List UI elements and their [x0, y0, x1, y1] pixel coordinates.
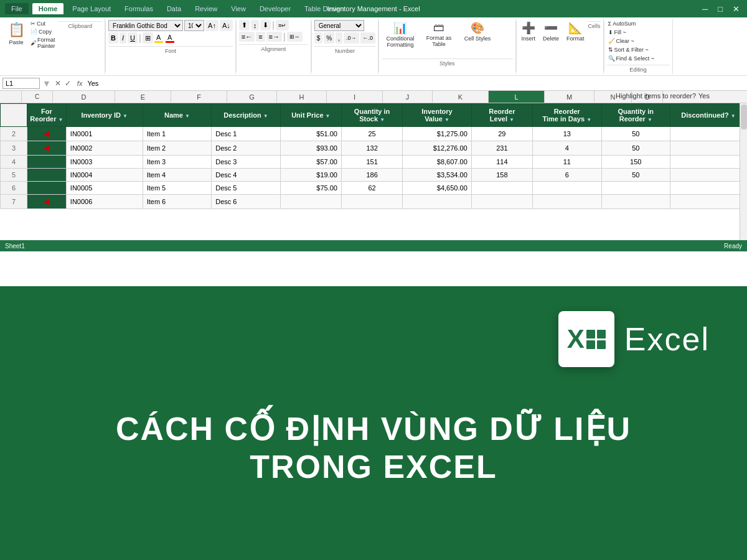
name-cell[interactable]: Item 4 [143, 169, 212, 182]
increase-font-button[interactable]: A↑ [205, 20, 218, 31]
col-e-header[interactable]: E [115, 91, 171, 103]
qty-reorder-cell[interactable] [601, 182, 670, 195]
format-painter-button[interactable]: 🖌 Format Painter [29, 36, 57, 50]
col-k-header[interactable]: K [433, 91, 489, 103]
inventory-value-cell[interactable]: $1,275.00 [403, 127, 472, 141]
name-cell[interactable]: Item 3 [143, 156, 212, 169]
discontinued-cell[interactable] [670, 182, 747, 195]
unit-price-cell[interactable]: $51.00 [280, 127, 341, 141]
inventory-id-cell[interactable]: IN0002 [66, 141, 143, 156]
table-row[interactable]: 3 ◀ IN0002 Item 2 Desc 2 $93.00 132 $12,… [1, 141, 747, 156]
reorder-days-cell[interactable]: 11 [533, 156, 602, 169]
border-button[interactable]: ⊞ [143, 32, 153, 44]
qty-stock-cell[interactable]: 25 [341, 127, 402, 141]
col-h-header[interactable]: H [277, 91, 327, 103]
qty-reorder-cell[interactable]: 50 [601, 127, 670, 141]
autosum-button[interactable]: Σ AutoSum [607, 20, 655, 27]
merge-center-button[interactable]: ⊞↔ [287, 32, 303, 42]
qty-stock-cell[interactable] [341, 195, 402, 209]
font-size-select[interactable]: 10 [184, 20, 204, 31]
description-cell[interactable]: Desc 1 [212, 127, 281, 141]
cell-styles-button[interactable]: 🎨 Cell Styles [459, 20, 496, 43]
find-select-button[interactable]: 🔍 Find & Select ~ [607, 55, 655, 62]
italic-button[interactable]: I [120, 32, 126, 44]
discontinued-cell[interactable] [670, 127, 747, 141]
description-cell[interactable]: Desc 5 [212, 182, 281, 195]
tab-home[interactable]: Home [32, 3, 64, 14]
copy-button[interactable]: 📄 Copy [29, 28, 57, 35]
reorder-days-cell[interactable]: 6 [533, 169, 602, 182]
inventory-id-cell[interactable]: IN0004 [66, 169, 143, 182]
unit-price-cell[interactable]: $19.00 [280, 169, 341, 182]
qty-reorder-cell[interactable] [601, 195, 670, 209]
conditional-formatting-button[interactable]: 📊 Conditional Formatting [382, 20, 419, 49]
qty-reorder-cell[interactable]: 50 [601, 169, 670, 182]
sort-filter-button[interactable]: ⇅ Sort & Filter ~ [607, 46, 655, 54]
qty-stock-cell[interactable]: 186 [341, 169, 402, 182]
align-top-button[interactable]: ⬆ [239, 20, 250, 30]
tab-data[interactable]: Data [162, 3, 186, 14]
reorder-days-cell[interactable]: 13 [533, 127, 602, 141]
col-c-header[interactable]: C [22, 91, 53, 103]
discontinued-cell[interactable] [670, 195, 747, 209]
align-bottom-button[interactable]: ⬇ [260, 20, 271, 30]
qty-reorder-cell[interactable]: 50 [601, 141, 670, 156]
tab-file[interactable]: File [5, 3, 29, 14]
unit-price-cell[interactable] [280, 195, 341, 209]
col-i-header[interactable]: I [327, 91, 383, 103]
inventory-value-cell[interactable]: $4,650.00 [403, 182, 472, 195]
col-d-header[interactable]: D [53, 91, 115, 103]
vertical-scrollbar[interactable] [740, 103, 747, 240]
decrease-font-button[interactable]: A↓ [220, 20, 233, 31]
reorder-days-cell[interactable] [533, 182, 602, 195]
qty-reorder-cell[interactable]: 150 [601, 156, 670, 169]
cancel-formula-button[interactable]: ✕ [54, 79, 62, 88]
name-cell[interactable]: Item 6 [143, 195, 212, 209]
cut-button[interactable]: ✂ Cut [29, 20, 57, 27]
col-j-header[interactable]: J [383, 91, 433, 103]
discontinued-cell[interactable] [670, 156, 747, 169]
confirm-formula-button[interactable]: ✓ [63, 79, 72, 88]
comma-button[interactable]: , [336, 32, 342, 44]
table-row[interactable]: 2 ◀ IN0001 Item 1 Desc 1 $51.00 25 $1,27… [1, 127, 747, 141]
unit-price-cell[interactable]: $57.00 [280, 156, 341, 169]
qty-stock-cell[interactable]: 151 [341, 156, 402, 169]
sheet-name[interactable]: Sheet1 [5, 243, 25, 250]
reorder-days-cell[interactable]: 4 [533, 141, 602, 156]
scrollbar-thumb[interactable] [741, 105, 747, 129]
percent-button[interactable]: % [324, 32, 334, 44]
col-g-header[interactable]: G [227, 91, 277, 103]
qty-stock-cell[interactable]: 62 [341, 182, 402, 195]
inventory-id-cell[interactable]: IN0001 [66, 127, 143, 141]
table-row[interactable]: 5 IN0004 Item 4 Desc 4 $19.00 186 $3,534… [1, 169, 747, 182]
format-button[interactable]: 📐 Format [564, 20, 587, 43]
align-center-button[interactable]: ≡ [256, 32, 265, 42]
unit-price-cell[interactable]: $93.00 [280, 141, 341, 156]
reorder-level-cell[interactable] [471, 182, 532, 195]
reorder-days-cell[interactable] [533, 195, 602, 209]
description-cell[interactable]: Desc 4 [212, 169, 281, 182]
format-as-table-button[interactable]: 🗃 Format as Table [420, 20, 458, 49]
inventory-value-cell[interactable]: $8,607.00 [403, 156, 472, 169]
align-middle-button[interactable]: ↕ [251, 20, 260, 30]
reorder-level-cell[interactable]: 114 [471, 156, 532, 169]
description-cell[interactable]: Desc 6 [212, 195, 281, 209]
name-cell[interactable]: Item 5 [143, 182, 212, 195]
delete-button[interactable]: ➖ Delete [540, 20, 561, 43]
align-right-button[interactable]: ≡→ [266, 32, 282, 42]
cell-reference-box[interactable] [2, 78, 40, 89]
close-button[interactable]: ✕ [730, 4, 742, 14]
col-f-header[interactable]: F [171, 91, 227, 103]
font-name-select[interactable]: Franklin Gothic Bod [108, 20, 183, 31]
minimize-button[interactable]: ─ [700, 4, 710, 14]
col-l-header[interactable]: L [489, 91, 545, 103]
col-m-header[interactable]: M [545, 91, 594, 103]
table-row[interactable]: 6 IN0005 Item 5 Desc 5 $75.00 62 $4,650.… [1, 182, 747, 195]
inventory-value-cell[interactable] [403, 195, 472, 209]
tab-page-layout[interactable]: Page Layout [67, 3, 116, 14]
reorder-level-cell[interactable]: 29 [471, 127, 532, 141]
tab-formulas[interactable]: Formulas [120, 3, 158, 14]
clear-button[interactable]: 🧹 Clear ~ [607, 37, 655, 45]
table-row[interactable]: 4 IN0003 Item 3 Desc 3 $57.00 151 $8,607… [1, 156, 747, 169]
currency-button[interactable]: $ [314, 32, 323, 44]
